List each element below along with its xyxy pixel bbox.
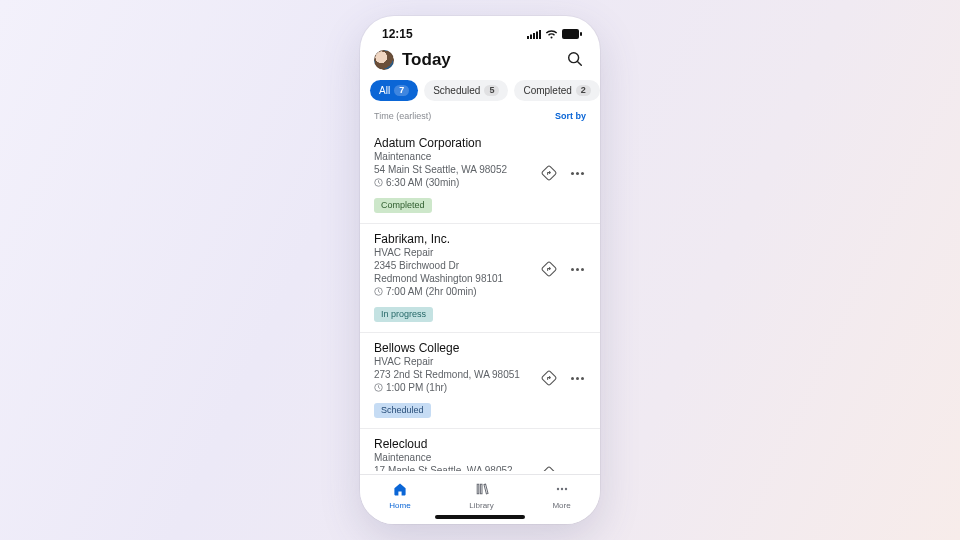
clock-icon [374,383,383,392]
status-badge: Scheduled [374,403,431,418]
sort-order-label: Time (earliest) [374,111,431,121]
job-actions [540,232,586,278]
status-time: 12:15 [382,27,413,41]
directions-icon[interactable] [540,164,558,182]
svg-rect-3 [536,31,538,39]
job-service: Maintenance [374,452,540,463]
directions-icon[interactable] [540,260,558,278]
job-name: Fabrikam, Inc. [374,232,540,246]
filter-count: 7 [394,85,409,96]
job-service: Maintenance [374,151,540,162]
svg-rect-2 [533,33,535,39]
svg-point-17 [556,488,558,490]
svg-rect-6 [580,32,582,36]
library-icon [474,481,490,499]
page-title: Today [402,50,558,70]
svg-rect-16 [541,466,556,471]
job-name: Bellows College [374,341,540,355]
search-icon[interactable] [566,50,586,70]
filter-completed[interactable]: Completed 2 [514,80,599,101]
svg-rect-0 [527,36,529,39]
battery-icon [562,29,582,39]
sort-by-button[interactable]: Sort by [555,111,586,121]
filter-label: Scheduled [433,86,480,96]
job-actions [540,341,586,387]
cellular-icon [527,30,541,39]
sort-row: Time (earliest) Sort by [360,109,600,127]
nav-label: Library [469,501,493,510]
job-address: 54 Main St Seattle, WA 98052 [374,163,540,176]
job-address: 17 Maple St Seattle, WA 98052 [374,464,540,471]
svg-rect-1 [530,34,532,39]
status-bar: 12:15 [360,16,600,44]
more-icon[interactable] [568,164,586,182]
job-address: 2345 Birchwood Dr Redmond Washington 981… [374,259,540,285]
nav-label: Home [389,501,410,510]
job-time: 6:30 AM (30min) [374,177,540,188]
job-list[interactable]: Adatum Corporation Maintenance 54 Main S… [360,127,600,471]
list-item[interactable]: Bellows College HVAC Repair 273 2nd St R… [360,333,600,429]
more-icon[interactable] [568,260,586,278]
nav-home[interactable]: Home [389,481,410,510]
svg-point-18 [560,488,562,490]
list-item[interactable]: Adatum Corporation Maintenance 54 Main S… [360,128,600,224]
svg-rect-5 [562,29,579,39]
more-nav-icon [554,481,570,499]
avatar[interactable] [374,50,394,70]
nav-more[interactable]: More [552,481,570,510]
filter-count: 5 [484,85,499,96]
job-time: 1:00 PM (1hr) [374,382,540,393]
nav-library[interactable]: Library [469,481,493,510]
job-actions [540,437,586,471]
filter-label: Completed [523,86,571,96]
home-indicator [435,515,525,519]
more-icon[interactable] [568,465,586,471]
job-actions [540,136,586,182]
more-icon[interactable] [568,369,586,387]
status-badge: In progress [374,307,433,322]
filter-label: All [379,86,390,96]
filter-all[interactable]: All 7 [370,80,418,101]
status-indicators [527,29,582,39]
filter-scheduled[interactable]: Scheduled 5 [424,80,508,101]
clock-icon [374,178,383,187]
home-icon [392,481,408,499]
header: Today [360,44,600,74]
directions-icon[interactable] [540,465,558,471]
list-item[interactable]: Relecloud Maintenance 17 Maple St Seattl… [360,429,600,471]
clock-icon [374,287,383,296]
job-service: HVAC Repair [374,247,540,258]
bottom-nav: Home Library More [360,474,600,524]
svg-point-7 [569,53,579,63]
nav-label: More [552,501,570,510]
job-name: Relecloud [374,437,540,451]
svg-rect-4 [539,30,541,39]
directions-icon[interactable] [540,369,558,387]
list-item[interactable]: Fabrikam, Inc. HVAC Repair 2345 Birchwoo… [360,224,600,333]
svg-line-8 [578,62,582,66]
phone-frame: 12:15 Today All 7 Scheduled 5 [360,16,600,524]
wifi-icon [545,30,558,39]
svg-point-19 [564,488,566,490]
job-time: 7:00 AM (2hr 00min) [374,286,540,297]
status-badge: Completed [374,198,432,213]
filter-pills: All 7 Scheduled 5 Completed 2 [360,74,600,109]
job-service: HVAC Repair [374,356,540,367]
filter-count: 2 [576,85,591,96]
job-address: 273 2nd St Redmond, WA 98051 [374,368,540,381]
job-name: Adatum Corporation [374,136,540,150]
